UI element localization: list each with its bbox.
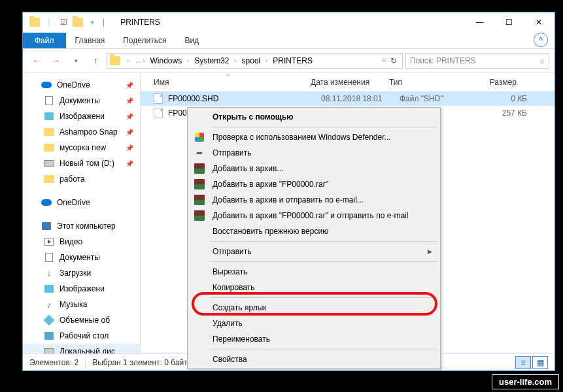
sidebar-item-documents[interactable]: Документы bbox=[23, 250, 140, 265]
nav-forward-button: → bbox=[48, 52, 65, 69]
view-details-button[interactable]: ≡ bbox=[515, 356, 531, 369]
menu-restore[interactable]: Восстановить прежнюю версию bbox=[189, 223, 439, 239]
view-icons-button[interactable]: ▦ bbox=[532, 356, 548, 369]
title-separator: | bbox=[103, 18, 105, 27]
breadcrumb-item[interactable]: System32 bbox=[193, 56, 230, 65]
watermark: user-life.com bbox=[492, 374, 559, 389]
pin-icon: 📌 bbox=[126, 144, 133, 152]
sidebar-item-work[interactable]: работа bbox=[23, 171, 140, 187]
pin-icon: 📌 bbox=[126, 129, 133, 136]
sidebar-item-drive-d[interactable]: Новый том (D:)📌 bbox=[23, 155, 140, 171]
rar-icon bbox=[193, 193, 206, 206]
minimize-button[interactable]: — bbox=[465, 13, 494, 32]
column-header-name[interactable]: Имя bbox=[154, 78, 311, 87]
sidebar-item-ashampoo[interactable]: Ashampoo Snap📌 bbox=[23, 124, 140, 140]
menu-send-to[interactable]: Отправить▶ bbox=[189, 244, 439, 259]
nav-back-button[interactable]: ← bbox=[28, 52, 45, 69]
sidebar-item-pictures[interactable]: Изображени bbox=[23, 281, 140, 297]
sidebar-item-3d-objects[interactable]: Объемные об bbox=[23, 312, 140, 328]
pin-icon: 📌 bbox=[126, 82, 133, 89]
chevron-right-icon[interactable]: › bbox=[263, 57, 270, 64]
column-header-date[interactable]: Дата изменения bbox=[311, 78, 389, 87]
menu-add-email[interactable]: Добавить в архив и отправить по e-mail..… bbox=[189, 192, 439, 208]
sidebar-item-documents[interactable]: Документы📌 bbox=[23, 93, 140, 108]
menu-open-with[interactable]: Открыть с помощью bbox=[189, 109, 439, 125]
chevron-right-icon[interactable]: › bbox=[124, 57, 131, 64]
sidebar-item-trash[interactable]: мусорка new📌 bbox=[23, 140, 140, 155]
menu-rename[interactable]: Переименовать bbox=[189, 331, 439, 347]
tab-view[interactable]: Вид bbox=[175, 33, 208, 48]
sidebar-item-pictures[interactable]: Изображени📌 bbox=[23, 108, 140, 124]
navigation-sidebar: OneDrive📌 Документы📌 Изображени📌 Ashampo… bbox=[23, 73, 141, 353]
chevron-right-icon: ▶ bbox=[428, 248, 432, 255]
chevron-right-icon[interactable]: … › bbox=[133, 57, 148, 64]
qat-separator: | bbox=[43, 16, 56, 29]
tab-share[interactable]: Поделиться bbox=[114, 33, 175, 48]
chevron-right-icon[interactable]: › bbox=[232, 57, 239, 64]
folder-icon bbox=[71, 16, 84, 29]
menu-add-rar[interactable]: Добавить в архив "FP00000.rar" bbox=[189, 176, 439, 192]
help-button[interactable]: ^ bbox=[534, 33, 548, 47]
context-menu: Открыть с помощью Проверка с использован… bbox=[187, 107, 441, 369]
titlebar[interactable]: | ☑ ▾ | PRINTERS — ☐ ✕ bbox=[23, 12, 554, 32]
file-tab[interactable]: Файл bbox=[23, 33, 66, 48]
menu-share[interactable]: ➦Отправить bbox=[189, 145, 439, 161]
menu-add-rar-email[interactable]: Добавить в архив "FP00000.rar" и отправи… bbox=[189, 208, 439, 223]
menu-properties[interactable]: Свойства bbox=[189, 351, 439, 367]
pin-icon: 📌 bbox=[126, 160, 133, 167]
menu-defender[interactable]: Проверка с использованием Windows Defend… bbox=[189, 129, 439, 145]
sidebar-item-local-disk[interactable]: Локальный дис bbox=[23, 344, 140, 353]
sort-indicator-icon: ⌃ bbox=[226, 73, 231, 80]
menu-copy[interactable]: Копировать bbox=[189, 280, 439, 295]
rar-icon bbox=[193, 178, 206, 191]
rar-icon bbox=[193, 209, 206, 222]
status-selection: Выбран 1 элемент: 0 байт bbox=[92, 358, 188, 367]
chevron-right-icon[interactable]: › bbox=[184, 57, 192, 64]
menu-add-archive[interactable]: Добавить в архив... bbox=[189, 161, 439, 176]
window-title: PRINTERS bbox=[120, 18, 160, 27]
shield-icon bbox=[193, 131, 206, 144]
file-row[interactable]: FP00000.SHD 08.11.2018 18:01 Файл "SHD" … bbox=[141, 91, 554, 106]
tab-home[interactable]: Главная bbox=[66, 33, 114, 48]
refresh-button[interactable]: ↻ bbox=[390, 56, 397, 65]
pin-icon: 📌 bbox=[126, 97, 133, 105]
folder-icon bbox=[110, 56, 120, 65]
rar-icon bbox=[193, 162, 206, 175]
breadcrumb-item[interactable]: spool bbox=[241, 56, 262, 65]
maximize-button[interactable]: ☐ bbox=[494, 13, 524, 32]
qat-properties-icon[interactable]: ☑ bbox=[57, 16, 70, 29]
file-icon bbox=[154, 108, 164, 118]
search-input[interactable]: Поиск: PRINTERS ⌕ bbox=[405, 53, 549, 69]
share-icon: ➦ bbox=[193, 146, 206, 159]
address-bar: ← → ▾ ↑ › … › Windows › System32 › spool… bbox=[23, 49, 554, 73]
menu-shortcut[interactable]: Создать ярлык bbox=[189, 300, 439, 316]
ribbon-tabs: Файл Главная Поделиться Вид ^ bbox=[23, 32, 554, 49]
close-button[interactable]: ✕ bbox=[524, 13, 553, 32]
search-placeholder: Поиск: PRINTERS bbox=[410, 56, 476, 65]
pin-icon: 📌 bbox=[126, 113, 133, 120]
menu-cut[interactable]: Вырезать bbox=[189, 264, 439, 280]
sidebar-item-downloads[interactable]: ↓Загрузки bbox=[23, 265, 140, 281]
sidebar-item-this-pc[interactable]: Этот компьютер bbox=[23, 218, 140, 234]
sidebar-item-desktop[interactable]: Рабочий стол bbox=[23, 328, 140, 344]
sidebar-item-onedrive[interactable]: OneDrive📌 bbox=[23, 77, 140, 93]
status-item-count: Элементов: 2 bbox=[29, 358, 78, 367]
column-header-type[interactable]: Тип bbox=[389, 78, 464, 87]
sidebar-item-onedrive-root[interactable]: OneDrive bbox=[23, 195, 140, 210]
nav-up-button[interactable]: ↑ bbox=[87, 52, 104, 69]
search-icon: ⌕ bbox=[540, 56, 545, 65]
qat-dropdown-icon[interactable]: ▾ bbox=[86, 16, 99, 29]
breadcrumb[interactable]: › … › Windows › System32 › spool › PRINT… bbox=[107, 53, 403, 69]
sidebar-item-videos[interactable]: Видео bbox=[23, 234, 140, 250]
breadcrumb-item[interactable]: PRINTERS bbox=[271, 56, 314, 65]
folder-icon bbox=[28, 16, 41, 29]
column-header-size[interactable]: Размер bbox=[464, 78, 517, 87]
breadcrumb-dropdown-icon[interactable]: ⌄ bbox=[381, 56, 386, 65]
menu-delete[interactable]: Удалить bbox=[189, 316, 439, 331]
sidebar-item-music[interactable]: ♪Музыка bbox=[23, 297, 140, 312]
breadcrumb-item[interactable]: Windows bbox=[149, 56, 184, 65]
file-icon bbox=[154, 93, 164, 104]
nav-recent-button[interactable]: ▾ bbox=[67, 52, 84, 69]
